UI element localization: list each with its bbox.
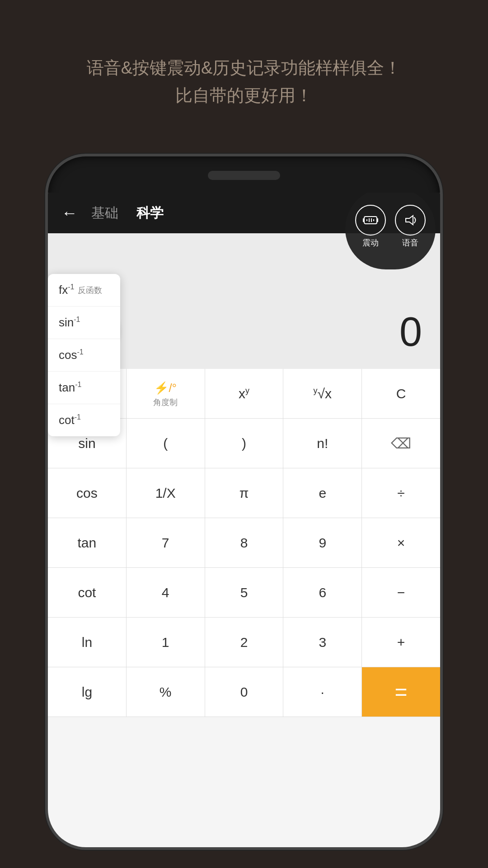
tab-basic[interactable]: 基础: [91, 204, 118, 222]
key-row-5: ln123+: [48, 618, 440, 667]
power-button[interactable]: [440, 265, 443, 301]
key-main-6-2: 0: [240, 684, 248, 700]
key-_-2-2[interactable]: π: [205, 468, 284, 518]
svg-rect-0: [364, 217, 377, 224]
key-main-3-3: 9: [319, 535, 326, 551]
key-main-5-2: 2: [240, 635, 248, 650]
key-main-3-2: 8: [240, 535, 248, 551]
key-main-2-0: cos: [76, 486, 98, 501]
key-___-0-1[interactable]: ⚡/°角度制: [127, 369, 205, 418]
display-value: 0: [399, 309, 422, 355]
key-6-4-3[interactable]: 6: [283, 568, 362, 617]
tab-science[interactable]: 科学: [136, 204, 164, 222]
svg-marker-7: [406, 216, 413, 225]
key-main-5-4: +: [397, 635, 405, 650]
key-main-3-0: tan: [78, 535, 97, 551]
key-7-3-1[interactable]: 7: [127, 518, 205, 567]
key-_-1-1[interactable]: (: [127, 419, 205, 468]
key-row-3: tan789×: [48, 518, 440, 568]
key-tan-3-0[interactable]: tan: [48, 518, 127, 567]
key-main-2-2: π: [239, 486, 249, 501]
key-_-4-4[interactable]: −: [362, 568, 440, 617]
key-8-3-2[interactable]: 8: [205, 518, 284, 567]
key-cot-4-0[interactable]: cot: [48, 568, 127, 617]
key-C-0-4[interactable]: C: [362, 369, 440, 418]
key-main-0-1: ⚡/°: [154, 380, 177, 395]
key-5-4-2[interactable]: 5: [205, 568, 284, 617]
key-1_X-2-1[interactable]: 1/X: [127, 468, 205, 518]
back-button[interactable]: ←: [61, 203, 78, 222]
key-3-5-3[interactable]: 3: [283, 618, 362, 667]
key-_-6-4[interactable]: =: [362, 667, 440, 717]
floating-controls: 震动 语音: [345, 193, 436, 269]
vibrate-icon: [355, 205, 386, 236]
header-bar: ← 基础 科学: [48, 193, 440, 233]
key-9-3-3[interactable]: 9: [283, 518, 362, 567]
key-main-4-2: 5: [240, 585, 248, 600]
key-_-3-4[interactable]: ×: [362, 518, 440, 567]
key-main-6-4: =: [395, 679, 408, 704]
popup-item-2[interactable]: cos-1: [48, 339, 120, 372]
key-main-6-0: lg: [82, 684, 92, 700]
voice-label: 语音: [402, 237, 418, 248]
popup-item-1[interactable]: sin-1: [48, 307, 120, 339]
key-row-4: cot456−: [48, 568, 440, 618]
key-main-1-0: sin: [78, 436, 95, 451]
key-main-1-2: ): [242, 436, 246, 451]
vibrate-label: 震动: [362, 237, 379, 248]
key-main-0-3: y√x: [314, 386, 332, 401]
key-main-2-4: ÷: [397, 486, 404, 501]
key-2-5-2[interactable]: 2: [205, 618, 284, 667]
phone-screen: ← 基础 科学: [48, 193, 440, 847]
popup-item-4[interactable]: cot-1: [48, 404, 120, 436]
key-_-1-2[interactable]: ): [205, 419, 284, 468]
key-e-2-3[interactable]: e: [283, 468, 362, 518]
key-main-2-3: e: [319, 486, 326, 501]
key-main-3-1: 7: [162, 535, 169, 551]
key-4-4-1[interactable]: 4: [127, 568, 205, 617]
key-main-4-3: 6: [319, 585, 326, 600]
key-main-5-1: 1: [162, 635, 169, 650]
key-ln-5-0[interactable]: ln: [48, 618, 127, 667]
key-main-1-3: n!: [317, 436, 328, 451]
key-main-5-3: 3: [319, 635, 326, 650]
key-main-1-4: ⌫: [391, 435, 411, 452]
key-_-1-4[interactable]: ⌫: [362, 419, 440, 468]
key-0-6-2[interactable]: 0: [205, 667, 284, 717]
key-x_-0-2[interactable]: xy: [205, 369, 284, 418]
vibrate-control[interactable]: 震动: [355, 205, 386, 248]
key-main-0-4: C: [396, 386, 406, 401]
promo-line2: 比自带的更好用！: [36, 82, 452, 109]
key-main-1-1: (: [163, 436, 168, 451]
voice-icon: [395, 205, 426, 236]
key-_-6-1[interactable]: %: [127, 667, 205, 717]
key-1-5-1[interactable]: 1: [127, 618, 205, 667]
popup-menu: fx-1反函数sin-1cos-1tan-1cot-1: [48, 274, 120, 436]
phone-speaker: [208, 171, 280, 180]
key-cos-2-0[interactable]: cos: [48, 468, 127, 518]
key-_-2-4[interactable]: ÷: [362, 468, 440, 518]
key-sub-0-1: 角度制: [153, 397, 178, 408]
nav-tabs: 基础 科学: [91, 204, 164, 222]
key-main-6-3: ·: [321, 684, 324, 700]
key-row-2: cos1/Xπe÷: [48, 468, 440, 518]
voice-control[interactable]: 语音: [395, 205, 426, 248]
key-n_-1-3[interactable]: n!: [283, 419, 362, 468]
promo-section: 语音&按键震动&历史记录功能样样俱全！ 比自带的更好用！: [0, 0, 488, 137]
key-main-4-4: −: [397, 585, 405, 600]
key-__x-0-3[interactable]: y√x: [283, 369, 362, 418]
key-main-6-1: %: [160, 684, 172, 700]
key-_-6-3[interactable]: ·: [283, 667, 362, 717]
svg-rect-1: [363, 218, 364, 222]
key-row-6: lg%0·=: [48, 667, 440, 717]
key-lg-6-0[interactable]: lg: [48, 667, 127, 717]
key-main-2-1: 1/X: [155, 486, 176, 501]
popup-item-0[interactable]: fx-1反函数: [48, 274, 120, 307]
floating-buttons-row: 震动 语音: [355, 205, 426, 248]
key-_-5-4[interactable]: +: [362, 618, 440, 667]
key-main-0-2: xy: [239, 386, 249, 401]
promo-line1: 语音&按键震动&历史记录功能样样俱全！: [36, 54, 452, 82]
phone-frame: ← 基础 科学: [45, 154, 443, 850]
popup-item-3[interactable]: tan-1: [48, 372, 120, 404]
key-main-5-0: ln: [82, 635, 92, 650]
